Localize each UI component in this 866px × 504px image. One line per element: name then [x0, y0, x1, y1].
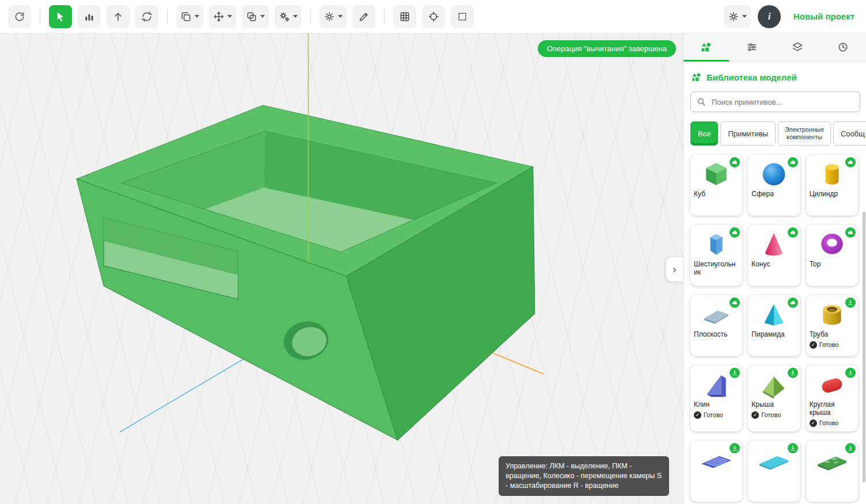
measure-button[interactable] — [352, 5, 375, 28]
library-title-text: Библиотека моделей — [707, 72, 797, 82]
sidebar-scrollbar[interactable] — [863, 212, 865, 482]
ready-label: Готово — [819, 419, 839, 426]
marquee-icon — [457, 11, 468, 22]
filter-tab-1[interactable]: Все — [690, 121, 718, 146]
shapes-icon — [701, 41, 712, 53]
check-icon: ✓ — [810, 419, 817, 427]
sync-icon — [141, 11, 153, 22]
gears-icon — [279, 11, 290, 22]
gear-icon — [728, 11, 739, 22]
model-label: Сфера — [751, 190, 796, 198]
model-card[interactable]: Круглая крыша✓Готово — [806, 365, 858, 432]
duplicate-icon — [246, 11, 257, 22]
model-card[interactable]: Клин✓Готово — [690, 365, 742, 432]
ready-status: ✓Готово — [694, 411, 739, 419]
model-card[interactable]: Куб — [690, 155, 742, 216]
download-icon — [788, 443, 798, 453]
toolbar-separator — [384, 9, 385, 24]
download-icon — [845, 443, 856, 453]
controls-tooltip: Управление: ЛКМ - выделение, ПКМ - враще… — [499, 456, 669, 496]
model-card[interactable]: Крыша✓Готово — [748, 365, 800, 432]
model-card[interactable] — [806, 441, 858, 502]
toolbar-right-group: i Новый проект — [724, 5, 858, 28]
ready-status: ✓Готово — [810, 341, 854, 349]
reload-button[interactable] — [8, 5, 31, 28]
sliders-icon — [746, 41, 758, 53]
model-label: Труба — [810, 331, 854, 339]
model-label: Тор — [810, 261, 854, 269]
move-icon — [213, 11, 225, 22]
pencil-icon — [358, 11, 370, 22]
check-icon: ✓ — [694, 411, 701, 419]
model-card[interactable]: Пирамида — [748, 295, 800, 356]
ready-label: Готово — [819, 341, 839, 348]
cloud-icon — [845, 157, 856, 167]
model-label: Плоскость — [694, 331, 739, 339]
search-icon — [697, 97, 706, 106]
scene-3d[interactable] — [0, 33, 683, 504]
download-icon — [730, 443, 740, 453]
project-title[interactable]: Новый проект — [793, 12, 854, 21]
ready-status: ✓Готово — [751, 411, 796, 419]
filter-tabs: ВсеПримитивыЭлектронные компонентыСообщ — [690, 121, 866, 146]
center-view-button[interactable] — [422, 5, 445, 28]
model-box[interactable] — [77, 105, 535, 440]
search-input[interactable] — [711, 97, 854, 107]
model-grid: КубСфераЦилиндрШестиугольникКонусТорПлос… — [690, 155, 858, 502]
settings-dropdown-button[interactable] — [320, 5, 347, 28]
tab-properties[interactable] — [729, 33, 774, 61]
model-card[interactable] — [748, 441, 800, 502]
bar-chart-icon — [83, 11, 95, 22]
chevron-down-icon — [227, 15, 232, 18]
filter-tab-4[interactable]: Сообщ — [833, 121, 866, 146]
app-root: i Новый проект — [0, 0, 866, 504]
grid-button[interactable] — [393, 5, 416, 28]
sidebar-tab-bar — [683, 33, 866, 62]
model-label: Клин — [694, 401, 739, 409]
panel-collapse-button[interactable]: › — [666, 257, 683, 282]
filter-tab-3[interactable]: Электронные компоненты — [778, 121, 831, 146]
viewport-3d[interactable]: Операция "вычитания" завершена Управлени… — [0, 33, 683, 504]
model-card[interactable]: Труба✓Готово — [806, 295, 858, 356]
tab-layers[interactable] — [775, 33, 821, 61]
model-label: Цилиндр — [810, 190, 854, 198]
shapes-icon — [692, 72, 702, 82]
history-icon — [837, 41, 849, 53]
arrow-up-button[interactable] — [107, 5, 130, 28]
marquee-select-button[interactable] — [451, 5, 474, 28]
toolbar-separator — [40, 9, 40, 24]
bar-chart-button[interactable] — [78, 5, 101, 28]
main-area: Операция "вычитания" завершена Управлени… — [0, 33, 866, 504]
gear-icon — [324, 11, 335, 22]
sync-button[interactable] — [135, 5, 158, 28]
model-card[interactable]: Сфера — [748, 155, 800, 216]
library-title: Библиотека моделей — [692, 72, 866, 82]
ready-label: Готово — [704, 411, 723, 418]
cloud-icon — [845, 227, 856, 238]
model-card[interactable]: Плоскость — [690, 295, 742, 356]
model-card[interactable]: Конус — [748, 225, 800, 286]
info-button[interactable]: i — [758, 5, 781, 28]
model-label: Конус — [751, 261, 796, 269]
model-card[interactable] — [690, 441, 742, 502]
toolbar-separator — [167, 9, 168, 24]
chevron-down-icon — [742, 15, 747, 18]
arrow-up-icon — [112, 11, 124, 22]
duplicate-dropdown-button[interactable] — [242, 5, 269, 28]
copy-dropdown-button[interactable] — [176, 5, 203, 28]
view-settings-dropdown-button[interactable] — [724, 5, 751, 28]
tab-model-library[interactable] — [683, 33, 729, 61]
chevron-down-icon — [293, 15, 298, 18]
model-label: Крыша — [751, 401, 796, 409]
model-card[interactable]: Тор — [806, 225, 858, 286]
move-dropdown-button[interactable] — [209, 5, 236, 28]
operations-dropdown-button[interactable] — [275, 5, 302, 28]
tab-history[interactable] — [821, 33, 866, 61]
check-icon: ✓ — [810, 341, 817, 349]
select-tool-button[interactable] — [49, 5, 72, 28]
filter-tab-2[interactable]: Примитивы — [720, 121, 776, 146]
model-label: Шестиугольник — [694, 261, 739, 277]
toast-notification: Операция "вычитания" завершена — [538, 40, 676, 57]
model-card[interactable]: Цилиндр — [806, 155, 858, 216]
model-card[interactable]: Шестиугольник — [690, 225, 742, 286]
